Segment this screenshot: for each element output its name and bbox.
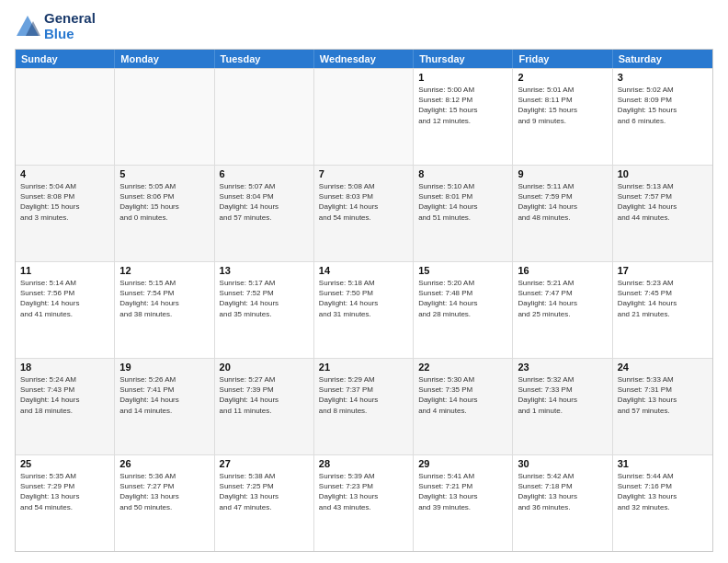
calendar-cell: 3Sunrise: 5:02 AM Sunset: 8:09 PM Daylig…	[613, 69, 712, 165]
day-number: 31	[618, 458, 708, 469]
calendar-cell: 23Sunrise: 5:32 AM Sunset: 7:33 PM Dayli…	[513, 359, 612, 454]
day-number: 9	[518, 168, 607, 179]
day-number: 18	[20, 362, 109, 373]
calendar-cell: 27Sunrise: 5:38 AM Sunset: 7:25 PM Dayli…	[215, 455, 314, 551]
header-cell-thursday: Thursday	[414, 50, 513, 68]
calendar-row: 1Sunrise: 5:00 AM Sunset: 8:12 PM Daylig…	[16, 68, 712, 165]
calendar-cell: 14Sunrise: 5:18 AM Sunset: 7:50 PM Dayli…	[314, 262, 414, 358]
day-info: Sunrise: 5:36 AM Sunset: 7:27 PM Dayligh…	[119, 471, 209, 512]
calendar-cell: 26Sunrise: 5:36 AM Sunset: 7:27 PM Dayli…	[115, 455, 214, 551]
day-number: 2	[518, 72, 607, 83]
calendar-cell: 15Sunrise: 5:20 AM Sunset: 7:48 PM Dayli…	[414, 262, 513, 358]
day-number: 11	[20, 265, 109, 276]
day-info: Sunrise: 5:32 AM Sunset: 7:33 PM Dayligh…	[518, 374, 607, 416]
calendar-cell: 4Sunrise: 5:04 AM Sunset: 8:08 PM Daylig…	[16, 166, 115, 261]
day-info: Sunrise: 5:33 AM Sunset: 7:31 PM Dayligh…	[618, 374, 708, 416]
day-info: Sunrise: 5:00 AM Sunset: 8:12 PM Dayligh…	[418, 85, 507, 126]
calendar-cell	[314, 69, 414, 165]
day-info: Sunrise: 5:35 AM Sunset: 7:29 PM Dayligh…	[20, 471, 109, 512]
day-number: 14	[319, 265, 408, 276]
day-info: Sunrise: 5:07 AM Sunset: 8:04 PM Dayligh…	[220, 181, 309, 223]
day-info: Sunrise: 5:01 AM Sunset: 8:11 PM Dayligh…	[518, 85, 607, 126]
day-info: Sunrise: 5:15 AM Sunset: 7:54 PM Dayligh…	[119, 278, 209, 319]
calendar-cell: 11Sunrise: 5:14 AM Sunset: 7:56 PM Dayli…	[16, 262, 115, 358]
calendar-cell: 6Sunrise: 5:07 AM Sunset: 8:04 PM Daylig…	[215, 166, 314, 261]
day-number: 4	[20, 168, 109, 179]
day-info: Sunrise: 5:11 AM Sunset: 7:59 PM Dayligh…	[518, 181, 607, 223]
day-info: Sunrise: 5:30 AM Sunset: 7:35 PM Dayligh…	[418, 374, 507, 416]
calendar-cell: 31Sunrise: 5:44 AM Sunset: 7:16 PM Dayli…	[613, 455, 712, 551]
day-info: Sunrise: 5:41 AM Sunset: 7:21 PM Dayligh…	[418, 471, 507, 512]
page: General Blue SundayMondayTuesdayWednesda…	[0, 0, 728, 563]
day-info: Sunrise: 5:13 AM Sunset: 7:57 PM Dayligh…	[618, 181, 708, 223]
day-info: Sunrise: 5:24 AM Sunset: 7:43 PM Dayligh…	[20, 374, 109, 416]
calendar-cell: 12Sunrise: 5:15 AM Sunset: 7:54 PM Dayli…	[115, 262, 214, 358]
day-number: 17	[618, 265, 708, 276]
header-cell-sunday: Sunday	[16, 50, 115, 68]
header-cell-friday: Friday	[513, 50, 612, 68]
day-number: 19	[119, 362, 209, 373]
calendar-cell: 5Sunrise: 5:05 AM Sunset: 8:06 PM Daylig…	[115, 166, 214, 261]
day-info: Sunrise: 5:21 AM Sunset: 7:47 PM Dayligh…	[518, 278, 607, 319]
day-number: 10	[618, 168, 708, 179]
calendar-cell: 29Sunrise: 5:41 AM Sunset: 7:21 PM Dayli…	[414, 455, 513, 551]
day-number: 24	[618, 362, 708, 373]
day-info: Sunrise: 5:04 AM Sunset: 8:08 PM Dayligh…	[20, 181, 109, 223]
header-cell-wednesday: Wednesday	[314, 50, 414, 68]
day-info: Sunrise: 5:18 AM Sunset: 7:50 PM Dayligh…	[319, 278, 408, 319]
calendar-cell: 28Sunrise: 5:39 AM Sunset: 7:23 PM Dayli…	[314, 455, 414, 551]
day-number: 23	[518, 362, 607, 373]
day-number: 5	[119, 168, 209, 179]
day-number: 8	[418, 168, 507, 179]
day-info: Sunrise: 5:02 AM Sunset: 8:09 PM Dayligh…	[618, 85, 708, 126]
day-number: 15	[418, 265, 507, 276]
day-number: 22	[418, 362, 507, 373]
day-info: Sunrise: 5:39 AM Sunset: 7:23 PM Dayligh…	[319, 471, 408, 512]
calendar-body: 1Sunrise: 5:00 AM Sunset: 8:12 PM Daylig…	[16, 68, 712, 551]
calendar-header: SundayMondayTuesdayWednesdayThursdayFrid…	[16, 50, 712, 68]
day-number: 28	[319, 458, 408, 469]
day-number: 26	[119, 458, 209, 469]
day-info: Sunrise: 5:27 AM Sunset: 7:39 PM Dayligh…	[220, 374, 309, 416]
header-cell-monday: Monday	[115, 50, 214, 68]
header-cell-saturday: Saturday	[613, 50, 712, 68]
day-info: Sunrise: 5:38 AM Sunset: 7:25 PM Dayligh…	[220, 471, 309, 512]
header: General Blue	[15, 11, 713, 41]
calendar-cell: 2Sunrise: 5:01 AM Sunset: 8:11 PM Daylig…	[513, 69, 612, 165]
calendar-cell	[16, 69, 115, 165]
calendar-row: 18Sunrise: 5:24 AM Sunset: 7:43 PM Dayli…	[16, 358, 712, 454]
calendar-cell: 7Sunrise: 5:08 AM Sunset: 8:03 PM Daylig…	[314, 166, 414, 261]
day-number: 25	[20, 458, 109, 469]
calendar-row: 4Sunrise: 5:04 AM Sunset: 8:08 PM Daylig…	[16, 165, 712, 261]
day-number: 13	[220, 265, 309, 276]
day-number: 6	[220, 168, 309, 179]
header-cell-tuesday: Tuesday	[215, 50, 314, 68]
logo: General Blue	[15, 11, 96, 41]
day-info: Sunrise: 5:20 AM Sunset: 7:48 PM Dayligh…	[418, 278, 507, 319]
day-info: Sunrise: 5:44 AM Sunset: 7:16 PM Dayligh…	[618, 471, 708, 512]
calendar-cell: 21Sunrise: 5:29 AM Sunset: 7:37 PM Dayli…	[314, 359, 414, 454]
calendar-cell: 10Sunrise: 5:13 AM Sunset: 7:57 PM Dayli…	[613, 166, 712, 261]
calendar-cell: 9Sunrise: 5:11 AM Sunset: 7:59 PM Daylig…	[513, 166, 612, 261]
calendar-cell: 18Sunrise: 5:24 AM Sunset: 7:43 PM Dayli…	[16, 359, 115, 454]
calendar-cell: 8Sunrise: 5:10 AM Sunset: 8:01 PM Daylig…	[414, 166, 513, 261]
day-number: 20	[220, 362, 309, 373]
calendar-cell	[215, 69, 314, 165]
calendar-cell: 17Sunrise: 5:23 AM Sunset: 7:45 PM Dayli…	[613, 262, 712, 358]
day-info: Sunrise: 5:23 AM Sunset: 7:45 PM Dayligh…	[618, 278, 708, 319]
day-info: Sunrise: 5:14 AM Sunset: 7:56 PM Dayligh…	[20, 278, 109, 319]
day-info: Sunrise: 5:08 AM Sunset: 8:03 PM Dayligh…	[319, 181, 408, 223]
day-number: 7	[319, 168, 408, 179]
day-number: 16	[518, 265, 607, 276]
calendar-cell: 13Sunrise: 5:17 AM Sunset: 7:52 PM Dayli…	[215, 262, 314, 358]
calendar-cell: 25Sunrise: 5:35 AM Sunset: 7:29 PM Dayli…	[16, 455, 115, 551]
calendar-cell: 24Sunrise: 5:33 AM Sunset: 7:31 PM Dayli…	[613, 359, 712, 454]
calendar-cell: 16Sunrise: 5:21 AM Sunset: 7:47 PM Dayli…	[513, 262, 612, 358]
day-info: Sunrise: 5:10 AM Sunset: 8:01 PM Dayligh…	[418, 181, 507, 223]
calendar: SundayMondayTuesdayWednesdayThursdayFrid…	[15, 49, 713, 552]
calendar-cell: 20Sunrise: 5:27 AM Sunset: 7:39 PM Dayli…	[215, 359, 314, 454]
calendar-cell: 1Sunrise: 5:00 AM Sunset: 8:12 PM Daylig…	[414, 69, 513, 165]
day-info: Sunrise: 5:42 AM Sunset: 7:18 PM Dayligh…	[518, 471, 607, 512]
calendar-row: 25Sunrise: 5:35 AM Sunset: 7:29 PM Dayli…	[16, 454, 712, 551]
calendar-cell: 19Sunrise: 5:26 AM Sunset: 7:41 PM Dayli…	[115, 359, 214, 454]
